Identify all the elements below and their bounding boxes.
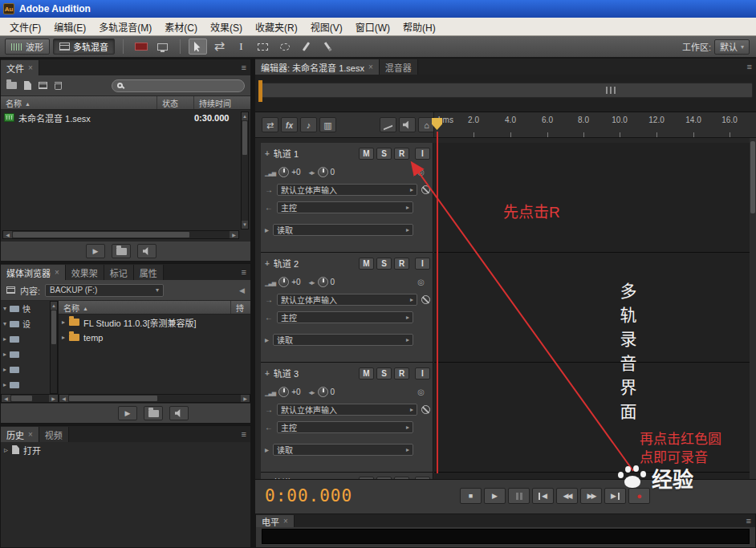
- folder-row[interactable]: FL Studio 11.0.3[亲测兼容版]: [59, 315, 250, 330]
- lasso-tool-button[interactable]: [275, 39, 294, 55]
- record-clip-button[interactable]: [132, 39, 150, 55]
- volume-knob[interactable]: [278, 277, 289, 287]
- column-duration[interactable]: 持: [231, 301, 250, 314]
- scroll-right-arrow[interactable]: [49, 395, 58, 402]
- pan-knob[interactable]: [318, 387, 328, 397]
- input-monitor-button[interactable]: I: [415, 148, 430, 160]
- text-tool-button[interactable]: I: [232, 39, 250, 55]
- menu-item-view[interactable]: 视图(V): [304, 18, 349, 35]
- close-icon[interactable]: [55, 268, 59, 277]
- expand-icon[interactable]: [3, 351, 6, 358]
- fx-button[interactable]: [281, 117, 298, 132]
- rewind-button[interactable]: [556, 488, 578, 504]
- menu-item-help[interactable]: 帮助(H): [396, 18, 442, 35]
- mute-button[interactable]: M: [359, 258, 374, 270]
- clip-properties-button[interactable]: [300, 117, 317, 132]
- volume-knob[interactable]: [278, 167, 289, 177]
- scroll-left-arrow[interactable]: [2, 395, 10, 402]
- track-name[interactable]: 轨道 2: [274, 257, 299, 270]
- timeline-ruler[interactable]: hms 2.0 4.0 6.0 8.0 10.0 12.0 14.0 16.0: [433, 112, 756, 137]
- workspace-select[interactable]: 默认: [714, 39, 750, 55]
- play-button[interactable]: [86, 244, 105, 258]
- automation-mode-select[interactable]: 读取: [273, 224, 413, 236]
- scroll-left-arrow[interactable]: [3, 231, 12, 238]
- column-status[interactable]: 状态: [157, 96, 194, 109]
- scroll-thumb[interactable]: [13, 232, 189, 237]
- close-icon[interactable]: [368, 63, 373, 71]
- input-monitor-button[interactable]: I: [415, 367, 430, 380]
- expand-icon[interactable]: [3, 320, 6, 327]
- tab-media-browser[interactable]: 媒体浏览器: [1, 265, 66, 280]
- close-icon[interactable]: [28, 430, 33, 439]
- scroll-thumb[interactable]: [750, 141, 755, 213]
- automation-mode-select[interactable]: 读取: [273, 334, 413, 346]
- scroll-thumb[interactable]: [11, 396, 32, 401]
- vertical-scrollbar[interactable]: [241, 112, 249, 229]
- zoom-navigator[interactable]: [255, 75, 756, 112]
- tab-history[interactable]: 历史: [1, 427, 39, 442]
- scroll-up-arrow[interactable]: [242, 112, 248, 120]
- back-icon[interactable]: [239, 286, 245, 294]
- pan-knob[interactable]: [318, 277, 328, 287]
- navigator-grip-icon[interactable]: [606, 87, 617, 94]
- column-name[interactable]: 名称: [1, 96, 157, 109]
- panel-menu-icon[interactable]: [242, 63, 246, 72]
- solo-button[interactable]: S: [376, 258, 392, 270]
- record-arm-button[interactable]: R: [394, 148, 409, 160]
- horizontal-scrollbar[interactable]: [59, 394, 250, 403]
- expand-icon[interactable]: [3, 381, 6, 388]
- fast-forward-button[interactable]: [580, 488, 602, 504]
- tab-markers[interactable]: 标记: [104, 265, 134, 280]
- navigator-range-marker[interactable]: [258, 80, 262, 102]
- solo-button[interactable]: S: [376, 367, 392, 380]
- scroll-left-arrow[interactable]: [59, 395, 68, 402]
- scroll-down-arrow[interactable]: [242, 221, 248, 229]
- panel-menu-icon[interactable]: [242, 429, 246, 439]
- record-arm-button[interactable]: R: [394, 367, 409, 380]
- input-select[interactable]: 默认立体声输入: [277, 184, 417, 196]
- track-name[interactable]: 轨道 3: [274, 367, 299, 380]
- vertical-scrollbar[interactable]: [50, 301, 58, 394]
- loop-playback-button[interactable]: [144, 406, 163, 420]
- expand-icon[interactable]: [3, 335, 6, 343]
- stereo-link-icon[interactable]: [417, 278, 425, 286]
- expand-icon[interactable]: [62, 334, 65, 341]
- move-tool-button[interactable]: [189, 39, 207, 55]
- histogram-button[interactable]: [319, 117, 336, 132]
- track-name[interactable]: 轨道 1: [274, 147, 299, 160]
- menu-item-file[interactable]: 文件(F): [3, 18, 47, 35]
- stereo-link-icon[interactable]: [417, 168, 425, 177]
- output-select[interactable]: 主控: [277, 311, 413, 323]
- import-icon[interactable]: [24, 81, 31, 90]
- stereo-link-icon[interactable]: [417, 388, 425, 396]
- output-select[interactable]: 主控: [277, 201, 413, 213]
- loop-playback-button[interactable]: [112, 244, 131, 258]
- solo-monitor-button[interactable]: [399, 117, 416, 132]
- play-button[interactable]: [118, 406, 137, 420]
- mute-button[interactable]: M: [359, 148, 374, 160]
- shuffle-mode-button[interactable]: [262, 117, 278, 132]
- waveform-view-button[interactable]: 波形: [5, 39, 50, 55]
- input-select[interactable]: 默认立体声输入: [277, 404, 417, 416]
- scroll-up-arrow[interactable]: [51, 302, 57, 310]
- close-icon[interactable]: [283, 517, 288, 526]
- scroll-right-arrow[interactable]: [230, 231, 238, 238]
- multitrack-view-button[interactable]: 多轨混音: [53, 39, 115, 55]
- input-select[interactable]: 默认立体声输入: [277, 294, 417, 306]
- menu-item-edit[interactable]: 编辑(E): [47, 18, 92, 35]
- tab-levels[interactable]: 电平: [256, 515, 295, 527]
- panel-menu-icon[interactable]: [746, 516, 751, 526]
- track-lane[interactable]: [434, 473, 750, 479]
- record-arm-button[interactable]: R: [394, 258, 409, 270]
- automation-icon[interactable]: [265, 335, 269, 344]
- expand-icon[interactable]: [3, 305, 6, 312]
- razor-tool-button[interactable]: [210, 39, 229, 55]
- track-lane[interactable]: [434, 143, 750, 253]
- horizontal-scrollbar[interactable]: [1, 394, 59, 403]
- mute-button[interactable]: M: [359, 367, 374, 380]
- scroll-thumb[interactable]: [69, 396, 157, 401]
- volume-knob[interactable]: [278, 387, 289, 397]
- horizontal-scrollbar[interactable]: [2, 230, 239, 239]
- new-session-icon[interactable]: [39, 82, 47, 89]
- auto-play-button[interactable]: [169, 406, 189, 420]
